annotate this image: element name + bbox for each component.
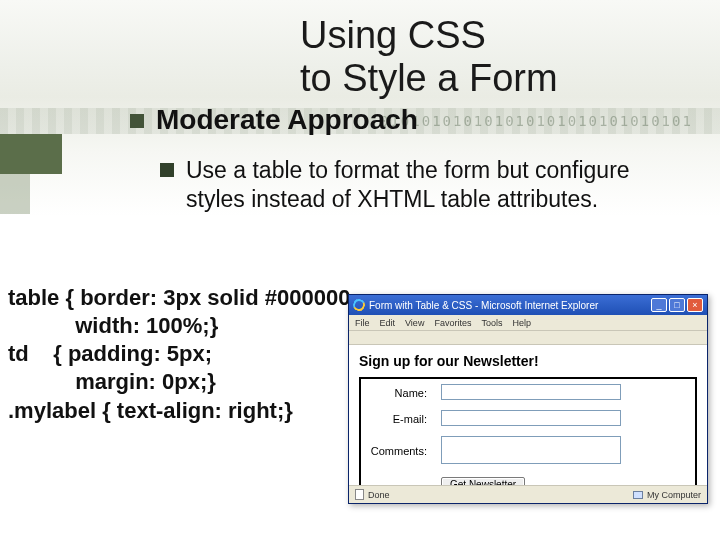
label-email: E-mail: [363,407,433,431]
zone-text: My Computer [647,490,701,500]
document-icon [355,489,364,500]
submit-button[interactable]: Get Newsletter [441,477,525,485]
table-row: Get Newsletter [363,471,693,485]
ie-icon [351,297,366,312]
label-comments: Comments: [363,433,433,469]
titlebar-left: Form with Table & CSS - Microsoft Intern… [353,299,598,311]
table-row: Comments: [363,433,693,469]
accent-block [0,134,62,174]
bullet-1-text: Moderate Approach [156,104,418,136]
statusbar: Done My Computer [349,485,707,503]
accent-block-faded [0,174,30,214]
menu-edit[interactable]: Edit [380,318,396,328]
menubar: File Edit View Favorites Tools Help [349,315,707,331]
email-field[interactable] [441,410,621,426]
window-title: Form with Table & CSS - Microsoft Intern… [369,300,598,311]
menu-file[interactable]: File [355,318,370,328]
status-left: Done [355,489,390,500]
title-line-2: to Style a Form [300,57,558,99]
slide-title: Using CSS to Style a Form [300,14,700,99]
comments-field[interactable] [441,436,621,464]
square-bullet-icon [160,163,174,177]
status-text: Done [368,490,390,500]
menu-view[interactable]: View [405,318,424,328]
computer-icon [633,491,643,499]
menu-favorites[interactable]: Favorites [434,318,471,328]
toolbar-strip [349,331,707,345]
bullet-level-1: Moderate Approach [130,104,690,136]
menu-help[interactable]: Help [512,318,531,328]
maximize-button[interactable]: □ [669,298,685,312]
close-button[interactable]: × [687,298,703,312]
form-table: Name: E-mail: Comments: Get Newsletter [359,377,697,485]
page-content: Sign up for our Newsletter! Name: E-mail… [349,345,707,485]
name-field[interactable] [441,384,621,400]
bullet-2-text: Use a table to format the form but confi… [186,156,680,215]
bullet-level-2: Use a table to format the form but confi… [160,156,680,215]
form-heading: Sign up for our Newsletter! [359,353,697,369]
label-name: Name: [363,381,433,405]
menu-tools[interactable]: Tools [481,318,502,328]
title-line-1: Using CSS [300,14,486,56]
table-row: Name: [363,381,693,405]
status-right: My Computer [633,490,701,500]
window-buttons: _ □ × [651,298,703,312]
browser-window: Form with Table & CSS - Microsoft Intern… [348,294,708,504]
minimize-button[interactable]: _ [651,298,667,312]
table-row: E-mail: [363,407,693,431]
titlebar: Form with Table & CSS - Microsoft Intern… [349,295,707,315]
slide: 010101010101010101010101010101 Using CSS… [0,0,720,540]
square-bullet-icon [130,114,144,128]
